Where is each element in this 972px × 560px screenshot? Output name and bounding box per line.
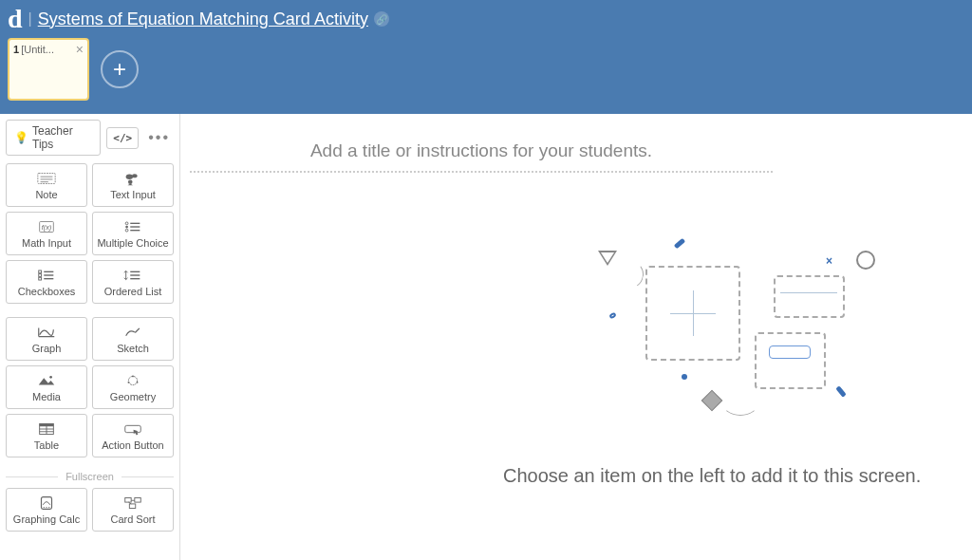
component-label: Multiple Choice <box>97 237 168 249</box>
svg-rect-15 <box>39 271 42 273</box>
component-label: Action Button <box>102 439 163 451</box>
svg-point-26 <box>128 376 137 384</box>
svg-point-11 <box>125 226 128 229</box>
component-label: Table <box>34 439 59 451</box>
component-label: Note <box>35 189 57 200</box>
note-icon <box>36 170 57 187</box>
svg-text:f(x): f(x) <box>42 223 52 232</box>
component-media[interactable]: Media <box>6 365 87 409</box>
component-sidebar: 💡 Teacher Tips </> ••• Note Text Input f… <box>0 114 180 560</box>
teacher-tips-button[interactable]: 💡 Teacher Tips <box>6 120 101 156</box>
svg-rect-17 <box>39 274 42 277</box>
slide-thumbnail-1[interactable]: 1[Untit... × <box>8 38 89 101</box>
component-sketch[interactable]: Sketch <box>92 317 174 361</box>
sketch-icon <box>122 324 143 341</box>
svg-rect-41 <box>135 498 140 503</box>
geometry-icon <box>122 372 143 389</box>
activity-title[interactable]: Systems of Equation Matching Card Activi… <box>38 9 368 29</box>
component-checkboxes[interactable]: Checkboxes <box>6 260 87 304</box>
slide-name: [Untit... <box>21 44 54 55</box>
svg-rect-42 <box>129 504 135 509</box>
table-icon <box>36 420 57 438</box>
component-action-button[interactable]: Action Button <box>92 414 174 457</box>
graph-icon <box>36 324 57 341</box>
app-logo: d <box>8 6 23 32</box>
ordered-list-icon <box>122 267 143 284</box>
divider: | <box>28 10 32 28</box>
component-math-input[interactable]: f(x) Math Input <box>6 212 87 255</box>
svg-point-4 <box>126 174 133 179</box>
svg-rect-40 <box>125 498 131 503</box>
svg-point-13 <box>125 229 128 232</box>
close-icon[interactable]: × <box>76 42 84 57</box>
multiple-choice-icon <box>122 218 143 235</box>
component-label: Graph <box>32 343 62 354</box>
svg-point-27 <box>132 376 134 378</box>
text-input-icon <box>122 170 143 187</box>
component-table[interactable]: Table <box>6 414 87 457</box>
empty-state-illustration: × <box>598 247 972 437</box>
title-input-placeholder[interactable]: Add a title or instructions for your stu… <box>190 133 773 171</box>
svg-point-28 <box>128 382 130 383</box>
component-text-input[interactable]: Text Input <box>92 163 174 207</box>
component-card-sort[interactable]: Card Sort <box>92 488 174 532</box>
canvas-area: Add a title or instructions for your stu… <box>180 114 972 560</box>
add-slide-button[interactable]: + <box>101 50 139 88</box>
empty-state-instruction: Choose an item on the left to add it to … <box>503 465 921 487</box>
lightbulb-icon: 💡 <box>14 131 28 144</box>
svg-rect-19 <box>39 277 42 280</box>
svg-point-38 <box>46 507 47 508</box>
svg-point-29 <box>137 382 139 383</box>
svg-point-5 <box>132 174 138 177</box>
svg-rect-35 <box>125 425 141 432</box>
slide-number: 1 <box>13 44 19 55</box>
math-input-icon: f(x) <box>36 218 57 235</box>
svg-point-6 <box>128 179 133 184</box>
svg-point-39 <box>48 507 49 508</box>
component-label: Checkboxes <box>18 286 76 297</box>
component-label: Card Sort <box>110 513 155 525</box>
action-button-icon <box>122 420 143 438</box>
component-note[interactable]: Note <box>6 163 87 207</box>
component-label: Ordered List <box>104 286 162 297</box>
card-sort-icon <box>122 495 143 512</box>
component-graph[interactable]: Graph <box>6 317 87 361</box>
component-ordered-list[interactable]: Ordered List <box>92 260 174 304</box>
component-label: Media <box>32 391 61 402</box>
svg-point-25 <box>49 376 52 379</box>
component-label: Graphing Calc <box>13 513 80 525</box>
component-label: Text Input <box>110 189 156 200</box>
component-label: Math Input <box>22 237 71 249</box>
slides-row: 1[Untit... × + <box>8 38 964 101</box>
link-icon[interactable]: 🔗 <box>374 11 389 27</box>
svg-point-37 <box>44 507 45 508</box>
component-label: Sketch <box>117 343 149 354</box>
component-multiple-choice[interactable]: Multiple Choice <box>92 212 174 255</box>
app-header: d | Systems of Equation Matching Card Ac… <box>0 0 972 114</box>
teacher-tips-label: Teacher Tips <box>32 124 92 151</box>
graphing-calc-icon <box>36 495 57 512</box>
component-label: Geometry <box>110 391 156 402</box>
media-icon <box>36 372 57 389</box>
code-button[interactable]: </> <box>106 127 139 149</box>
svg-point-9 <box>125 222 128 225</box>
checkboxes-icon <box>36 267 57 284</box>
more-icon[interactable]: ••• <box>144 129 174 146</box>
component-geometry[interactable]: Geometry <box>92 365 174 409</box>
fullscreen-section-label: Fullscreen <box>6 471 174 482</box>
component-graphing-calc[interactable]: Graphing Calc <box>6 488 87 532</box>
